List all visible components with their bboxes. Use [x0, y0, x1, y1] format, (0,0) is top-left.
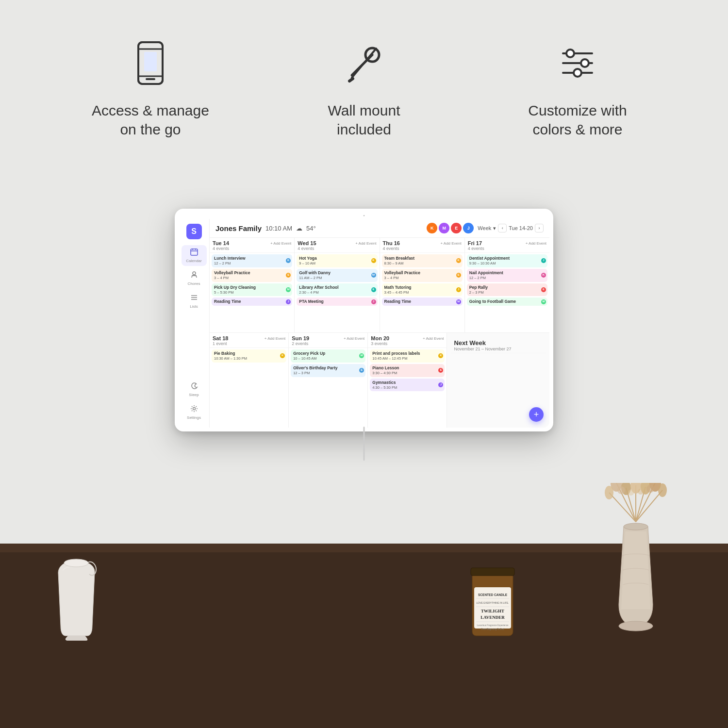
event-pie-baking[interactable]: Pie Baking 10:30 AM – 1:30 PM K [212, 349, 286, 363]
event-golf[interactable]: Golf with Danny 11 AM – 2 PM M [297, 269, 377, 282]
event-dot: J [438, 382, 443, 387]
sidebar-sleep-label: Sleep [189, 393, 199, 397]
day-col-thu: Thu 16 + Add Event 4 events Team Breakfa… [380, 238, 465, 332]
day-col-mon: Mon 20 + Add Event 3 events Print and pr… [368, 333, 447, 428]
day-name-sat: Sat 18 [213, 335, 228, 341]
events-list-fri: Dentist Appointment 9:30 – 10:30 AM J Na… [465, 253, 549, 332]
day-count-tue: 4 events [213, 246, 291, 251]
event-dot: J [541, 258, 546, 263]
event-dot: E [456, 273, 461, 278]
svg-text:TWILIGHT: TWILIGHT [481, 609, 504, 613]
nav-next-button[interactable]: › [535, 224, 544, 232]
chevron-down-icon[interactable]: ▾ [493, 225, 496, 232]
avatar-j[interactable]: J [463, 223, 474, 233]
event-team-breakfast[interactable]: Team Breakfast 8:30 – 9 AM K [382, 254, 463, 267]
event-dot: E [359, 368, 364, 373]
sidebar-settings-label: Settings [187, 415, 201, 420]
event-dot: K [371, 258, 376, 263]
nav-prev-button[interactable]: ‹ [498, 224, 507, 232]
add-event-thu[interactable]: + Add Event [440, 241, 461, 246]
event-gymnastics[interactable]: Gymnastics 4:30 – 5:30 PM J [370, 379, 445, 392]
app-logo: S [186, 224, 202, 239]
event-lunch-interview[interactable]: Lunch Interview 12 – 2 PM K [212, 254, 292, 267]
event-dot: E [286, 273, 291, 278]
event-dot: J [371, 299, 376, 304]
events-list-sun: Grocery Pick Up 10 – 10:45 AM M Oliver's… [289, 348, 367, 428]
add-event-wed[interactable]: + Add Event [355, 241, 376, 246]
event-print-labels[interactable]: Print and process labels 10:45 AM – 12:4… [370, 349, 445, 363]
avatar-m[interactable]: M [439, 223, 449, 233]
day-count-sat: 1 event [213, 341, 285, 346]
event-hot-yoga[interactable]: Hot Yoga 9 – 10 AM K [297, 254, 377, 267]
sidebar-item-settings[interactable]: Settings [182, 402, 207, 423]
event-volleyball-thu[interactable]: Volleyball Practice 3 – 4 PM E [382, 269, 463, 282]
event-dentist[interactable]: Dentist Appointment 9:30 – 10:30 AM J [467, 254, 547, 267]
event-grocery[interactable]: Grocery Pick Up 10 – 10:45 AM M [291, 349, 365, 363]
avatar-e[interactable]: E [451, 223, 462, 233]
add-event-mon[interactable]: + Add Event [423, 336, 444, 341]
event-dot: K [456, 258, 461, 263]
sidebar-calendar-label: Calendar [186, 259, 201, 263]
event-dot: E [438, 368, 443, 373]
events-list-thu: Team Breakfast 8:30 – 9 AM K Volleyball … [380, 253, 464, 332]
event-pta[interactable]: PTA Meeting J [297, 298, 377, 306]
view-mode-label[interactable]: Week [478, 225, 491, 231]
svg-point-55 [646, 485, 654, 493]
svg-point-14 [566, 50, 574, 57]
svg-text:From Beginning To End: From Beginning To End [481, 628, 504, 630]
avatar-k[interactable]: K [427, 223, 437, 233]
svg-text:LAVENDER: LAVENDER [480, 615, 505, 620]
event-volleyball-tue[interactable]: Volleyball Practice 3 – 4 PM E [212, 269, 292, 282]
event-nail[interactable]: Nail Appointment 12 – 2 PM K [467, 269, 547, 282]
next-week-header: Next Week November 21 – November 27 [451, 337, 546, 353]
event-piano[interactable]: Piano Lesson 3:30 – 4:30 PM E [370, 364, 445, 377]
add-event-sat[interactable]: + Add Event [265, 336, 285, 341]
event-football-game[interactable]: Going to Football Game M [467, 298, 547, 306]
sidebar-item-lists[interactable]: Lists [182, 291, 207, 312]
add-event-fri[interactable]: + Add Event [526, 241, 546, 246]
svg-line-9 [352, 49, 376, 78]
events-list-tue: Lunch Interview 12 – 2 PM K Volleyball P… [210, 253, 294, 332]
svg-point-52 [605, 486, 613, 499]
event-dot: E [541, 287, 546, 292]
event-dot: M [541, 299, 546, 304]
event-pep-rally[interactable]: Pep Rally 2 – 3 PM E [467, 283, 547, 297]
add-event-tue[interactable]: + Add Event [270, 241, 291, 246]
event-reading-thu[interactable]: Reading Time M [382, 298, 463, 306]
event-dot: K [286, 258, 291, 263]
day-header-sat: Sat 18 + Add Event 1 event [210, 333, 288, 348]
day-header-thu: Thu 16 + Add Event 4 events [380, 238, 464, 253]
event-dot: J [286, 299, 291, 304]
add-event-sun[interactable]: + Add Event [344, 336, 364, 341]
day-col-sun: Sun 19 + Add Event 2 events Grocery Pick… [289, 333, 368, 428]
svg-point-57 [638, 489, 644, 495]
date-range: Tue 14-20 [509, 225, 533, 231]
day-header-mon: Mon 20 + Add Event 3 events [368, 333, 447, 348]
lists-icon [190, 294, 198, 303]
event-dot: K [438, 353, 443, 358]
sidebar-item-sleep[interactable]: Sleep [182, 379, 207, 400]
device-wrapper: ● S Calendar [175, 209, 553, 431]
calendar-icon [190, 248, 198, 258]
add-event-fab[interactable]: + [529, 407, 544, 422]
family-name: Jones Family [215, 224, 262, 232]
candle-decoration: SCENTED CANDLE LOVE EVERYTHING IN LIFE. … [468, 553, 517, 643]
event-library[interactable]: Library After School 2:30 – 4 PM E [297, 283, 377, 297]
day-col-tue: Tue 14 + Add Event 4 events Lunch Interv… [210, 238, 295, 332]
sidebar-item-calendar[interactable]: Calendar [182, 245, 207, 266]
next-week-title: Next Week [454, 339, 543, 347]
main-content: Jones Family 10:10 AM ☁ 54° K M E J Week… [210, 219, 549, 428]
feature-wallmount-text: Wall mount included [328, 101, 400, 139]
event-reading-tue[interactable]: Reading Time J [212, 298, 292, 306]
svg-text:Luxurious Fragrance Experience: Luxurious Fragrance Experience [477, 624, 509, 627]
feature-wallmount: Wall mount included [301, 39, 427, 139]
phone-icon [126, 39, 175, 87]
event-math-tutoring[interactable]: Math Tutoring 3:45 – 4:45 PM J [382, 283, 463, 297]
event-dry-cleaning[interactable]: Pick Up Dry Cleaning 5 – 5:30 PM M [212, 283, 292, 297]
feature-access: Access & manage on the go [87, 39, 214, 139]
event-dot: K [541, 273, 546, 278]
settings-icon [190, 405, 198, 414]
sidebar-item-chores[interactable]: Chores [182, 268, 207, 289]
event-birthday-party[interactable]: Oliver's Birthday Party 12 – 3 PM E [291, 364, 365, 377]
wrench-icon [340, 39, 388, 87]
